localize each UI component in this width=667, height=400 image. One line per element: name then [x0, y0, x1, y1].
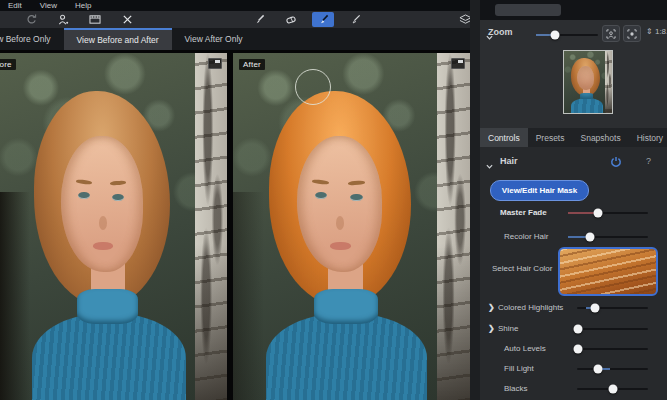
- select-hair-color-label: Select Hair Color: [492, 264, 552, 273]
- canvas-area: Before After: [0, 50, 480, 400]
- side-panel: Zoom ⇕ 1:8.8 Controls Preset: [470, 0, 667, 400]
- hair-color-swatch[interactable]: [558, 247, 658, 296]
- toolbar: [0, 11, 480, 28]
- master-fade-label: Master Fade: [500, 208, 547, 217]
- menu-help[interactable]: Help: [75, 1, 91, 10]
- brush-cursor: [295, 69, 331, 105]
- recolor-hair-slider[interactable]: [568, 236, 648, 238]
- fill-light-thumb[interactable]: [594, 365, 603, 374]
- view-tab-bar: View Before Only View Before and After V…: [0, 28, 480, 50]
- recolor-hair-thumb[interactable]: [586, 233, 595, 242]
- hair-help-icon[interactable]: ?: [646, 156, 651, 166]
- auto-levels-thumb[interactable]: [573, 345, 582, 354]
- master-fade-thumb[interactable]: [593, 209, 602, 218]
- tab-view-before-only[interactable]: View Before Only: [0, 28, 64, 50]
- menu-view[interactable]: View: [40, 1, 57, 10]
- colored-highlights-label: Colored Highlights: [498, 303, 563, 312]
- photo-editor-window: Edit View Help: [0, 0, 667, 400]
- face-tool-icon[interactable]: [52, 12, 74, 27]
- hair-brush-tool-selected-icon[interactable]: [312, 12, 334, 27]
- shine-label: Shine: [498, 324, 518, 333]
- zoom-label: Zoom: [488, 27, 513, 37]
- controls-panel: Hair ? View/Edit Hair Mask Master Fade R…: [480, 147, 667, 400]
- menu-edit[interactable]: Edit: [8, 1, 22, 10]
- zoom-slider[interactable]: [536, 34, 598, 36]
- fit-to-face-icon[interactable]: [602, 25, 620, 42]
- zoom-ratio-value: ⇕ 1:8.8: [646, 27, 667, 36]
- before-fullscreen-icon[interactable]: [208, 58, 222, 69]
- hair-section-header: Hair ?: [480, 153, 667, 171]
- hair-collapse-chevron-icon[interactable]: [486, 156, 493, 174]
- panel-top-strip: [480, 0, 667, 20]
- zoom-section: Zoom ⇕ 1:8.8: [480, 22, 667, 46]
- paint-brush-icon[interactable]: [248, 12, 270, 27]
- before-label: Before: [0, 59, 16, 70]
- thumbnail-portrait: [564, 51, 612, 113]
- tab-snapshots[interactable]: Snapshots: [572, 128, 628, 147]
- after-label: After: [239, 59, 265, 70]
- master-fade-slider[interactable]: [568, 212, 648, 214]
- tab-view-before-and-after[interactable]: View Before and After: [64, 28, 172, 50]
- fill-light-slider[interactable]: [577, 368, 648, 370]
- shine-thumb[interactable]: [573, 325, 582, 334]
- before-image-pane[interactable]: Before: [0, 53, 227, 400]
- navigator-thumbnail[interactable]: [563, 50, 613, 114]
- blacks-label: Blacks: [504, 384, 528, 393]
- eraser-icon[interactable]: [280, 12, 302, 27]
- blacks-thumb[interactable]: [608, 385, 617, 394]
- colored-highlights-slider[interactable]: [577, 307, 648, 309]
- after-portrait-photo: [233, 53, 470, 400]
- after-image-pane[interactable]: After: [233, 53, 470, 400]
- fill-light-label: Fill Light: [504, 364, 534, 373]
- auto-levels-label: Auto Levels: [504, 344, 546, 353]
- fit-to-image-icon[interactable]: [623, 25, 641, 42]
- colored-highlights-thumb[interactable]: [590, 304, 599, 313]
- shine-expand-chevron-icon[interactable]: ❯: [488, 324, 495, 333]
- film-strip-icon[interactable]: [84, 12, 106, 27]
- recolor-hair-label: Recolor Hair: [504, 232, 548, 241]
- zoom-slider-thumb[interactable]: [550, 31, 559, 40]
- shine-slider[interactable]: [577, 328, 648, 330]
- tab-history[interactable]: History: [629, 128, 667, 147]
- view-edit-hair-mask-button[interactable]: View/Edit Hair Mask: [490, 180, 589, 201]
- hair-power-toggle-icon[interactable]: [610, 154, 622, 172]
- tab-presets[interactable]: Presets: [528, 128, 573, 147]
- after-fullscreen-icon[interactable]: [451, 58, 465, 69]
- touchup-brush-icon[interactable]: [344, 12, 366, 27]
- tab-view-after-only[interactable]: View After Only: [172, 28, 256, 50]
- panel-tab-bar: Controls Presets Snapshots History: [480, 128, 667, 147]
- tab-controls[interactable]: Controls: [480, 128, 528, 147]
- blacks-slider[interactable]: [577, 388, 648, 390]
- auto-levels-slider[interactable]: [577, 348, 648, 350]
- redo-icon[interactable]: [20, 12, 42, 27]
- close-icon[interactable]: [116, 12, 138, 27]
- colored-highlights-expand-chevron-icon[interactable]: ❯: [488, 303, 495, 312]
- before-portrait-photo: [0, 53, 227, 400]
- hair-section-title: Hair: [500, 156, 518, 166]
- panel-top-button[interactable]: [495, 4, 561, 16]
